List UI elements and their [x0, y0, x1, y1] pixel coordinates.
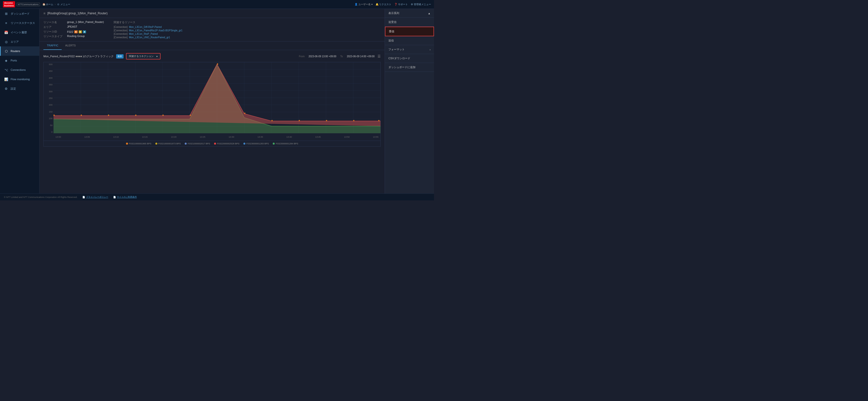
send-area: [54, 64, 380, 126]
chart-toolbar: Mon_Paired_Router(F022 ■■■■ )のグループトラフィック…: [43, 53, 381, 59]
hamburger-icon[interactable]: ≡: [43, 11, 45, 15]
area-icon: ◎: [4, 40, 8, 44]
footer: © NTT Limited and NTT Communications Cor…: [0, 194, 434, 200]
sidebar-item-routers[interactable]: ⬡ Routers: [0, 47, 39, 56]
sidebar-item-area[interactable]: ◎ エリア: [0, 37, 39, 47]
panel-add-dashboard[interactable]: ダッシュボードに追加: [385, 63, 434, 72]
svg-rect-26: [162, 115, 163, 116]
sidebar-item-dashboard[interactable]: ⊞ ダッシュボード: [0, 9, 39, 18]
resource-info: リソース名 group_1 (Mon_Paired_Router) エリア JP…: [39, 18, 385, 41]
y-axis: 500 450 400 350 300 250 200 150 100 50 0: [44, 62, 54, 133]
panel-display-series-header: 表示系列 ▲: [385, 9, 434, 18]
dropdown-arrow-icon: ▾: [156, 55, 158, 58]
breadcrumb-separator: ›: [55, 3, 56, 6]
topbar: docomobusiness NTTCommunications 🏠 ホーム ›…: [0, 0, 434, 9]
dashboard-icon: ⊞: [4, 11, 8, 16]
request-link[interactable]: 🔔 リクエスト: [376, 3, 392, 6]
resource-name-row: リソース名 group_1 (Mon_Paired_Router): [43, 21, 104, 24]
chart-container: 500 450 400 350 300 250 200 150 100 50 0: [43, 62, 381, 141]
related-resources: 関連するリソース [Connection] Mon_L3Con_Diff-Rto…: [114, 21, 381, 39]
main-layout: ⊞ ダッシュボード ≡ リソースステータス 📅 イベント履歴 ◎ エリア ⬡ R…: [0, 9, 434, 194]
resource-id-label: リソースID: [43, 30, 63, 34]
connection-dropdown[interactable]: 関連するコネクション ▾: [126, 53, 160, 59]
svg-rect-29: [244, 113, 245, 114]
related-list: [Connection] Mon_L3Con_Diff-RtoP-Paired …: [114, 26, 381, 39]
svg-rect-32: [326, 120, 327, 121]
legend-item-1: F0321000001973 BPS: [155, 142, 181, 145]
legend-dot-1: [155, 143, 157, 145]
legend-dot-3: [214, 143, 216, 145]
related-item-1[interactable]: [Connection] Mon_L3Con_PairedRto1P-XaaS-…: [114, 29, 381, 32]
connections-icon: ⌥: [4, 68, 8, 72]
related-item-0[interactable]: [Connection] Mon_L3Con_Diff-RtoP-Paired: [114, 26, 381, 28]
resource-details: リソース名 group_1 (Mon_Paired_Router) エリア JP…: [43, 21, 104, 39]
chevron-right-icon: ›: [430, 48, 431, 51]
sidebar-item-settings[interactable]: ⚙ 設定: [0, 84, 39, 93]
ports-icon: ◈: [4, 58, 8, 62]
copyright: © NTT Limited and NTT Communications Cor…: [4, 196, 78, 198]
sidebar-item-flow-monitoring[interactable]: 📊 Flow monitoring: [0, 75, 39, 84]
sidebar-item-event-history[interactable]: 📅 イベント履歴: [0, 28, 39, 37]
topbar-right: 👤 ユーザー名 ▾ 🔔 リクエスト ❓ サポート ⚙ 管理者メニュー: [354, 3, 431, 6]
tab-alerts[interactable]: ALERTS: [62, 41, 79, 50]
settings-panel-icon[interactable]: ☰: [377, 54, 381, 58]
svg-rect-30: [272, 120, 273, 121]
legend-item-3: F0322000002528 BPS: [214, 142, 240, 145]
legend-dot-0: [126, 143, 128, 145]
chart-area: [54, 62, 380, 133]
time-range: From 2023-06-09 13:00 +09:00 To 2023-06-…: [299, 55, 375, 58]
tabs-bar: TRAFFIC ALERTS: [39, 41, 385, 50]
docomo-logo: docomobusiness: [3, 1, 15, 8]
resource-type-label: リソースタイプ: [43, 34, 63, 38]
panel-csv-download[interactable]: CSVダウンロード: [385, 54, 434, 63]
legend-dot-4: [243, 143, 245, 145]
page-header: ≡ [RoutingGroup] group_1(Mon_Paired_Rout…: [39, 9, 385, 18]
user-info: 👤 ユーザー名 ▾: [354, 3, 373, 6]
legend-dot-2: [185, 143, 187, 145]
panel-send-receive[interactable]: 送受信: [385, 18, 434, 27]
related-title: 関連するリソース: [114, 21, 381, 24]
chart-title: Mon_Paired_Router(F022 ■■■■ )のグループトラフィック: [43, 55, 114, 58]
chart-legend: F0321000001965 BPS F0321000001973 BPS F0…: [43, 141, 381, 147]
panel-format[interactable]: フォーマット ›: [385, 45, 434, 54]
admin-link[interactable]: ⚙ 管理者メニュー: [411, 3, 431, 6]
sidebar-item-ports[interactable]: ◈ Ports: [0, 56, 39, 65]
privacy-policy-link[interactable]: プライバシーポリシー: [86, 196, 108, 199]
resource-status-icon: ≡: [4, 21, 8, 25]
support-link[interactable]: ❓ サポート: [394, 3, 408, 6]
terms-icon: 📄: [113, 196, 116, 198]
resource-id-value: F022 ■ ■ ■: [67, 30, 86, 34]
sidebar-item-connections[interactable]: ⌥ Connections: [0, 65, 39, 75]
sidebar-item-resource-status[interactable]: ≡ リソースステータス: [0, 18, 39, 28]
topbar-links: 👤 ユーザー名 ▾ 🔔 リクエスト ❓ サポート ⚙ 管理者メニュー: [354, 3, 431, 6]
topbar-left: docomobusiness NTTCommunications 🏠 ホーム ›…: [3, 1, 70, 8]
svg-rect-34: [378, 120, 379, 121]
home-link[interactable]: 🏠 ホーム: [42, 3, 54, 6]
legend-item-2: F0321000002017 BPS: [185, 142, 210, 145]
menu-link[interactable]: ⊙ メニュー: [57, 3, 70, 6]
badge-1: ■: [74, 30, 78, 33]
legend-item-4: F0323000001283 BPS: [243, 142, 269, 145]
resource-type-value: Routing Group: [67, 34, 85, 38]
live-badge: 最新: [116, 54, 124, 58]
chevron-up-icon[interactable]: ▲: [428, 12, 431, 15]
panel-receive[interactable]: 受信: [385, 27, 434, 36]
resource-name-label: リソース名: [43, 21, 63, 24]
chart-toolbar-left: Mon_Paired_Router(F022 ■■■■ )のグループトラフィック…: [43, 53, 160, 59]
routers-icon: ⬡: [4, 49, 8, 53]
svg-rect-22: [54, 115, 55, 116]
terms-link[interactable]: サイトのご利用条件: [117, 196, 137, 199]
svg-rect-27: [190, 115, 191, 116]
ntt-logo: NTTCommunications: [17, 3, 40, 6]
svg-rect-28: [217, 63, 218, 65]
panel-send[interactable]: 送信: [385, 36, 434, 45]
related-item-2[interactable]: [Connection] Mon_L3Con_RtoP_Paired: [114, 33, 381, 35]
badge-3: ■: [83, 30, 86, 33]
chart-toolbar-right: From 2023-06-09 13:00 +09:00 To 2023-06-…: [299, 54, 381, 58]
related-item-3[interactable]: [Connection] Mon_L3Con_UNO_RouterPaired_…: [114, 36, 381, 39]
legend-item-5: F0323000001284 BPS: [273, 142, 298, 145]
resource-name-value: group_1 (Mon_Paired_Router): [67, 21, 104, 24]
svg-rect-24: [108, 115, 109, 116]
tab-traffic[interactable]: TRAFFIC: [43, 41, 62, 50]
area-label: エリア: [43, 25, 63, 29]
